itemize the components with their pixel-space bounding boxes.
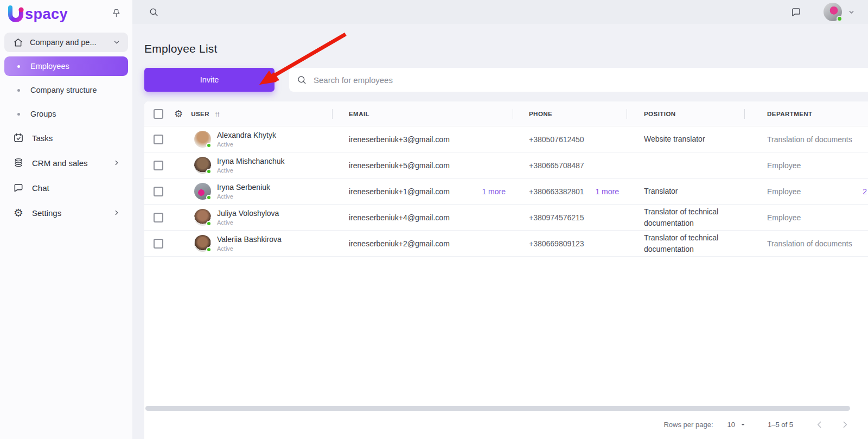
sidebar-item-employees[interactable]: Employees: [4, 56, 128, 76]
sidebar-item-company-structure[interactable]: Company structure: [4, 80, 128, 100]
sidebar-item-label: Groups: [30, 110, 56, 118]
search-input[interactable]: [314, 75, 860, 85]
employee-name[interactable]: Iryna Serbeniuk: [217, 183, 270, 192]
email-more-link[interactable]: 1 more: [482, 187, 506, 196]
table-settings-gear-icon[interactable]: ⚙: [174, 109, 183, 119]
chevron-down-icon: [740, 422, 746, 428]
employee-email: ireneserbeniuk+2@gmail.com: [349, 239, 450, 248]
department-more-link[interactable]: 2: [863, 187, 867, 196]
employee-name[interactable]: Iryna Mishchanchuk: [217, 157, 285, 166]
table-row[interactable]: Iryna Serbeniuk Active ireneserbeniuk+1@…: [144, 179, 868, 205]
previous-page-button[interactable]: [813, 418, 826, 431]
sidebar-item-crm-and-sales[interactable]: CRM and sales: [4, 153, 128, 173]
employee-position: Translator of technical documentation: [644, 206, 733, 228]
employee-email: ireneserbeniuk+5@gmail.com: [349, 161, 450, 170]
online-status-dot: [206, 143, 212, 148]
sidebar: spacy Company and pe... Employees: [0, 0, 132, 439]
row-checkbox[interactable]: [154, 213, 163, 222]
select-all-checkbox[interactable]: [154, 109, 163, 119]
employee-status: Active: [217, 219, 279, 226]
logo-u-icon: [7, 5, 25, 23]
employee-email: ireneserbeniuk+1@gmail.com: [349, 187, 450, 196]
topbar: [132, 0, 868, 24]
bullet-icon: [17, 65, 20, 68]
phone-more-link[interactable]: 1 more: [595, 187, 619, 196]
user-avatar[interactable]: [824, 3, 842, 21]
employee-department: Employee: [767, 213, 801, 222]
employee-table-card: ⚙ USER ↑↑ EMAIL PHONE POSITION DEPARTMEN…: [144, 101, 868, 439]
calendar-check-icon: [12, 132, 24, 143]
column-header-department[interactable]: DEPARTMENT: [767, 111, 813, 117]
sidebar-item-tasks[interactable]: Tasks: [4, 128, 128, 148]
uspacy-logo[interactable]: spacy: [7, 5, 68, 23]
employee-name[interactable]: Alexandra Khytyk: [217, 131, 276, 139]
employee-name[interactable]: Valeriia Bashkirova: [217, 235, 282, 244]
logo-text: spacy: [25, 6, 68, 23]
employee-email: ireneserbeniuk+3@gmail.com: [349, 135, 450, 144]
column-header-phone[interactable]: PHONE: [529, 111, 552, 117]
table-row[interactable]: Valeriia Bashkirova Active ireneserbeniu…: [144, 231, 868, 257]
row-checkbox[interactable]: [154, 161, 163, 170]
employee-position: Translator of technical documentation: [644, 232, 733, 255]
toolbar: Invite: [144, 68, 868, 92]
invite-button[interactable]: Invite: [144, 68, 275, 92]
gear-icon: ⚙: [12, 207, 24, 218]
employee-phone: +380669809123: [529, 239, 584, 248]
pin-sidebar-icon[interactable]: [111, 8, 122, 21]
column-header-email[interactable]: EMAIL: [349, 111, 369, 117]
table-header: ⚙ USER ↑↑ EMAIL PHONE POSITION DEPARTMEN…: [144, 101, 868, 126]
row-checkbox[interactable]: [154, 135, 163, 144]
search-icon[interactable]: [149, 7, 159, 17]
horizontal-scrollbar[interactable]: [145, 406, 850, 411]
employee-status: Active: [217, 141, 276, 148]
employee-name[interactable]: Juliya Voloshylova: [217, 209, 279, 218]
sidebar-item-chat[interactable]: Chat: [4, 178, 128, 198]
employee-department: Employee: [767, 161, 801, 170]
sidebar-item-label: Tasks: [32, 133, 120, 143]
employee-email: ireneserbeniuk+4@gmail.com: [349, 213, 450, 222]
sidebar-item-label: Chat: [32, 183, 120, 193]
row-checkbox[interactable]: [154, 187, 163, 196]
employee-department: Translation of documents: [767, 135, 852, 144]
rows-per-page-value: 10: [727, 421, 735, 429]
employee-phone: +380974576215: [529, 213, 584, 222]
bullet-icon: [17, 89, 20, 92]
rows-per-page-select[interactable]: 10: [727, 421, 746, 429]
table-row[interactable]: Juliya Voloshylova Active ireneserbeniuk…: [144, 205, 868, 231]
employee-avatar[interactable]: [194, 183, 211, 200]
database-icon: [12, 157, 24, 168]
home-icon: [13, 37, 23, 48]
sidebar-group-company-and-people[interactable]: Company and pe...: [4, 33, 128, 52]
sidebar-item-label: Employees: [30, 62, 69, 71]
next-page-button[interactable]: [838, 418, 852, 431]
column-header-user[interactable]: USER: [191, 111, 209, 117]
employee-avatar[interactable]: [194, 131, 211, 148]
online-status-dot: [206, 169, 212, 174]
online-status-dot: [206, 195, 212, 200]
main-area: Employee List Invite ⚙ USER ↑↑: [132, 0, 868, 439]
employee-status: Active: [217, 167, 285, 174]
employee-avatar[interactable]: [194, 157, 211, 174]
employee-avatar[interactable]: [194, 209, 211, 226]
table-row[interactable]: Iryna Mishchanchuk Active ireneserbeniuk…: [144, 152, 868, 179]
pagination-range: 1–5 of 5: [768, 421, 793, 429]
sidebar-nav: Company and pe... Employees Company stru…: [0, 28, 132, 232]
pagination: Rows per page: 10 1–5 of 5: [663, 418, 852, 431]
employee-phone: +380665708487: [529, 161, 584, 170]
sort-arrows-icon[interactable]: ↑↑: [214, 110, 219, 118]
employee-phone: +380507612450: [529, 135, 584, 144]
employee-phone: +380663382801: [529, 187, 584, 196]
chevron-down-icon[interactable]: [848, 9, 855, 16]
sidebar-item-groups[interactable]: Groups: [4, 104, 128, 124]
column-header-position[interactable]: POSITION: [644, 111, 676, 117]
row-checkbox[interactable]: [154, 239, 163, 249]
sidebar-item-settings[interactable]: ⚙ Settings: [4, 203, 128, 222]
employee-avatar[interactable]: [194, 235, 211, 252]
chevron-down-icon: [113, 39, 120, 46]
rows-per-page-label: Rows per page:: [663, 421, 713, 429]
sidebar-item-label: CRM and sales: [32, 158, 113, 168]
messages-icon[interactable]: [790, 7, 802, 18]
online-status-dot: [837, 16, 843, 22]
chevron-right-icon: [113, 209, 120, 217]
table-row[interactable]: Alexandra Khytyk Active ireneserbeniuk+3…: [144, 126, 868, 152]
